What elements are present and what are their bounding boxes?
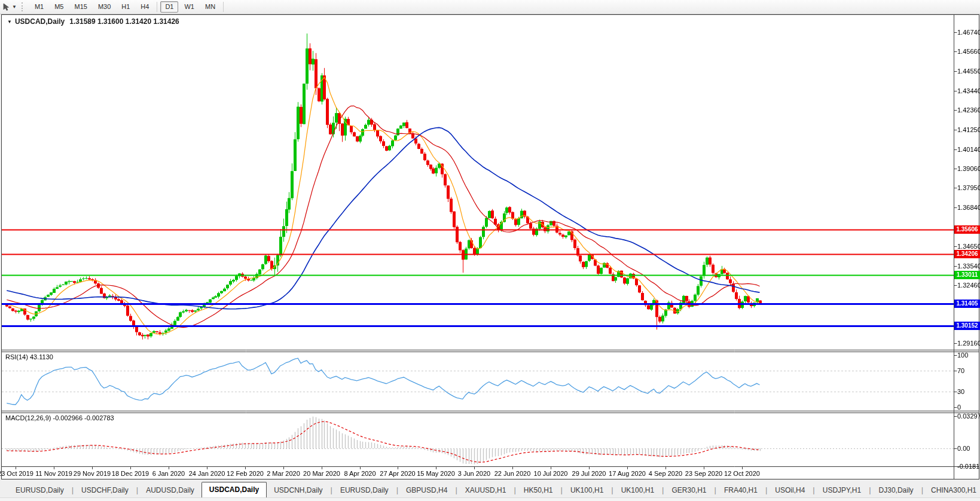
price-line-label: 1.33011	[954, 271, 980, 279]
date-axis-label: 12 Feb 2020	[227, 470, 264, 477]
date-axis-label: 8 Apr 2020	[344, 470, 375, 477]
tab-usoil-h4[interactable]: USOil,H4	[768, 484, 812, 497]
tab-xauusd-h1[interactable]: XAUUSD,H1	[458, 484, 514, 497]
date-axis-label: 2 Mar 2020	[267, 470, 300, 477]
tab-uk100-h1[interactable]: UK100,H1	[563, 484, 610, 497]
macd-axis-label: 0.032972	[957, 413, 980, 420]
tab-usdchf-daily[interactable]: USDCHF,Daily	[74, 484, 136, 497]
tab-eurusd-daily[interactable]: EURUSD,Daily	[8, 484, 71, 497]
tab-uk100-h1[interactable]: UK100,H1	[614, 484, 661, 497]
macd-axis-label: 0.00	[957, 445, 970, 452]
price-axis-label: 1.33540	[957, 262, 980, 270]
timeframe-d1-button[interactable]: D1	[160, 1, 178, 13]
tab-gbpusd-h4[interactable]: GBPUSD,H4	[399, 484, 454, 497]
toolbar-separator	[223, 2, 224, 12]
timeframe-m15-button[interactable]: M15	[69, 1, 91, 13]
toolbar-separator	[157, 2, 157, 12]
timeframe-h1-button[interactable]: H1	[117, 1, 135, 13]
tab-dj30-daily[interactable]: DJ30,Daily	[872, 484, 921, 497]
tab-ger30-h1[interactable]: GER30,H1	[664, 484, 713, 497]
toolbar-grip	[22, 2, 25, 11]
timeframe-h4-button[interactable]: H4	[136, 1, 154, 13]
chart-canvas[interactable]	[0, 0, 980, 501]
tab-usdjpy-h1[interactable]: USDJPY,H1	[816, 484, 868, 497]
cursor-tool-icon[interactable]	[2, 2, 11, 12]
dropdown-caret-icon[interactable]: ▼	[12, 4, 17, 10]
price-axis-label: 1.32460	[957, 282, 980, 289]
date-axis-label: 12 Oct 2020	[724, 470, 760, 477]
date-axis-label: 27 Apr 2020	[380, 470, 415, 477]
price-line-label: 1.30152	[954, 322, 980, 330]
date-axis-label: 17 Aug 2020	[609, 470, 646, 477]
date-axis-label: 11 Nov 2019	[35, 470, 72, 477]
date-axis-label: 3 Jun 2020	[458, 470, 490, 477]
price-axis-label: 1.34650	[957, 243, 980, 250]
chart-tool-group: ▼	[0, 2, 19, 12]
date-axis-label: 6 Jan 2020	[152, 470, 185, 477]
date-axis-label: 15 May 2020	[417, 470, 455, 477]
ohlc-values: 1.31589 1.31600 1.31420 1.31426	[69, 17, 179, 26]
price-line-label: 1.31405	[954, 300, 980, 308]
tab-usdcnh-daily[interactable]: USDCNH,Daily	[267, 484, 329, 497]
price-axis-label: 1.40140	[957, 146, 980, 153]
price-axis-label: 1.43440	[957, 87, 980, 94]
timeframe-w1-button[interactable]: W1	[179, 1, 199, 13]
date-axis-label: 23 Oct 2019	[0, 470, 33, 477]
chart-tabs-bar: EURUSD,Daily|USDCHF,Daily|AUDUSD,DailyUS…	[0, 479, 980, 497]
tab-fra40-h1[interactable]: FRA40,H1	[717, 484, 765, 497]
price-line-label: 1.35606	[954, 225, 980, 234]
macd-axis-label: -0.018154	[957, 463, 980, 470]
rsi-label: RSI(14) 43.1130	[5, 353, 53, 361]
tab-eurusd-daily[interactable]: EURUSD,Daily	[333, 484, 396, 497]
date-axis-label: 20 Mar 2020	[303, 470, 340, 477]
timeframe-m1-button[interactable]: M1	[30, 1, 48, 13]
price-axis-label: 1.36840	[957, 204, 980, 211]
macd-label: MACD(12,26,9) -0.002966 -0.002783	[5, 414, 114, 421]
price-axis-label: 1.41250	[957, 126, 980, 133]
price-axis-label: 1.46740	[957, 29, 980, 36]
tab-audusd-daily[interactable]: AUDUSD,Daily	[139, 484, 202, 497]
rsi-axis-label: 100	[957, 352, 968, 359]
rsi-axis-label: 70	[957, 367, 964, 374]
macd-name: MACD(12,26,9)	[5, 414, 51, 421]
macd-values: -0.002966 -0.002783	[53, 414, 114, 421]
timeframe-m5-button[interactable]: M5	[50, 1, 68, 13]
symbol-name: USDCAD,Daily	[15, 17, 65, 26]
date-axis-label: 29 Jul 2020	[572, 470, 606, 477]
tab-hk50-h1[interactable]: HK50,H1	[517, 484, 560, 497]
date-axis-label: 10 Jul 2020	[534, 470, 568, 477]
bottom-strip	[0, 497, 980, 501]
date-axis-label: 23 Sep 2020	[685, 470, 722, 477]
rsi-axis-label: 0	[957, 404, 961, 411]
price-axis-label: 1.42360	[957, 106, 980, 114]
date-axis-label: 24 Jan 2020	[189, 470, 225, 477]
price-axis-label: 1.29160	[957, 340, 980, 347]
date-axis-label: 18 Dec 2019	[112, 470, 149, 477]
timeframe-m30-button[interactable]: M30	[93, 1, 115, 13]
timeframe-mn-button[interactable]: MN	[200, 1, 220, 13]
date-axis-label: 4 Sep 2020	[649, 470, 682, 477]
rsi-value: 43.1130	[30, 353, 53, 361]
price-line-label: 1.34206	[954, 250, 980, 258]
tab-china300-h1[interactable]: CHINA300,H1	[924, 484, 980, 497]
tab-usdcad-daily[interactable]: USDCAD,Daily	[202, 482, 267, 497]
price-axis-label: 1.45660	[957, 48, 980, 55]
chart-title: ▼USDCAD,Daily1.31589 1.31600 1.31420 1.3…	[7, 17, 179, 26]
date-axis-label: 29 Nov 2019	[74, 470, 111, 477]
chart-window: ▼USDCAD,Daily1.31589 1.31600 1.31420 1.3…	[0, 0, 980, 501]
rsi-axis-label: 30	[957, 388, 964, 395]
price-axis-label: 1.39060	[957, 165, 980, 172]
timeframes-toolbar: ▼ M1M5M15M30H1H4D1W1MN	[0, 0, 980, 14]
collapse-caret-icon[interactable]: ▼	[7, 19, 12, 25]
date-axis-label: 22 Jun 2020	[494, 470, 531, 477]
rsi-name: RSI(14)	[5, 353, 28, 361]
price-axis-label: 1.44550	[957, 68, 980, 75]
price-axis-label: 1.37950	[957, 184, 980, 191]
